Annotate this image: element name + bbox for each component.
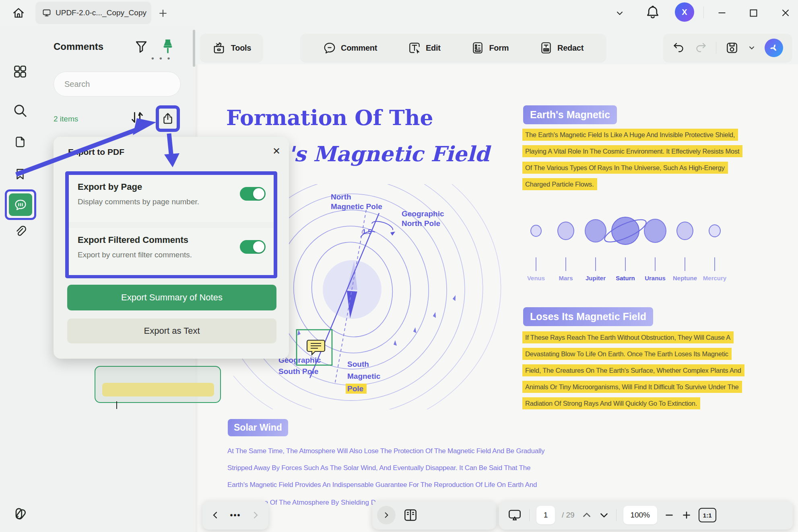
filter-comments-button[interactable] bbox=[134, 39, 150, 55]
purple-line: At The Same Time, The Atmosphere Will Al… bbox=[227, 447, 544, 455]
page-number-input[interactable]: 1 bbox=[536, 506, 555, 524]
page-up-button[interactable] bbox=[581, 510, 592, 520]
bar-divider bbox=[616, 509, 617, 521]
export-filtered-toggle[interactable] bbox=[240, 240, 266, 254]
document-tab[interactable]: UPDF-2.0-c..._Copy_Copy bbox=[35, 2, 151, 24]
export-as-text-button[interactable]: Export as Text bbox=[67, 318, 276, 343]
presentation-mode-button[interactable] bbox=[507, 507, 522, 523]
badge-earths-magnetic: Earth's Magnetic bbox=[523, 105, 617, 124]
sidebar-item-thumbnails[interactable] bbox=[12, 64, 28, 80]
tools-button[interactable]: Tools bbox=[200, 34, 263, 62]
panel-scrollbar[interactable] bbox=[193, 30, 195, 67]
sidebar-item-attachments[interactable] bbox=[12, 224, 28, 240]
planet-label: Venus bbox=[527, 275, 545, 281]
label-angle: 1.5 bbox=[362, 228, 372, 236]
search-input[interactable] bbox=[64, 80, 170, 89]
zoom-level-input[interactable]: 100% bbox=[623, 506, 657, 524]
avatar[interactable]: X bbox=[675, 2, 694, 22]
fit-label: 1:1 bbox=[703, 512, 712, 519]
more-options-button[interactable]: ••• bbox=[230, 511, 241, 520]
redo-button[interactable] bbox=[694, 41, 707, 54]
planet-mars: Mars bbox=[551, 206, 580, 285]
export-summary-button[interactable]: Export Summary of Notes bbox=[67, 285, 276, 310]
tab-title: UPDF-2.0-c..._Copy_Copy bbox=[56, 8, 146, 17]
page-total: / 29 bbox=[562, 511, 575, 520]
tab-form[interactable]: Form bbox=[471, 41, 509, 55]
toolbox-icon bbox=[212, 41, 226, 55]
edit-label: Edit bbox=[426, 43, 441, 53]
export-filtered-option: Export Filtered Comments Export by curre… bbox=[69, 228, 274, 275]
export-comments-button[interactable] bbox=[156, 105, 180, 132]
close-icon bbox=[780, 7, 791, 18]
sticky-note[interactable] bbox=[102, 383, 214, 396]
export-by-page-toggle[interactable] bbox=[240, 187, 266, 201]
planets-row: Venus Mars Jupiter Saturn bbox=[522, 206, 729, 285]
minimize-button[interactable] bbox=[713, 5, 731, 21]
close-window-button[interactable] bbox=[777, 5, 794, 21]
expand-bar-button[interactable] bbox=[377, 506, 396, 524]
highlight-line: Of The Various Types Of Rays In The Univ… bbox=[522, 162, 728, 174]
page-icon bbox=[13, 135, 27, 149]
save-options-chevron[interactable] bbox=[748, 44, 756, 52]
comments-search[interactable] bbox=[54, 72, 181, 97]
planet-mercury: Mercury bbox=[700, 206, 729, 285]
bar-divider bbox=[529, 509, 530, 521]
actual-size-button[interactable]: 1:1 bbox=[699, 508, 716, 522]
home-button[interactable] bbox=[10, 4, 27, 22]
titlebar-collapse-button[interactable] bbox=[612, 7, 627, 19]
note-annotation-icon[interactable] bbox=[307, 340, 325, 355]
pin-comments-button[interactable] bbox=[159, 37, 177, 56]
planet-uranus: Uranus bbox=[641, 206, 670, 285]
notifications-button[interactable] bbox=[644, 3, 662, 21]
page-down-button[interactable] bbox=[599, 510, 609, 520]
undo-button[interactable] bbox=[672, 41, 685, 54]
next-comment-button[interactable] bbox=[251, 510, 260, 520]
highlighted-options-box: Export by Page Display comments by page … bbox=[65, 171, 277, 278]
label-north-magnetic-2: Magnetic Pole bbox=[331, 202, 382, 211]
highlight-line: Playing A Vital Role In The Cosmic Envir… bbox=[522, 145, 742, 157]
zoom-in-button[interactable] bbox=[681, 510, 692, 520]
doc-heading-line2: 's Magnetic Field bbox=[288, 142, 489, 166]
form-label: Form bbox=[489, 43, 509, 53]
tab-redact[interactable]: Redact bbox=[539, 41, 584, 55]
ai-assistant-button[interactable] bbox=[765, 39, 783, 57]
prev-comment-button[interactable] bbox=[210, 510, 220, 520]
sidebar-item-pages[interactable] bbox=[12, 134, 28, 150]
highlighted-paragraph-1: The Earth's Magnetic Field Is Like A Hug… bbox=[522, 129, 742, 195]
tab-comment[interactable]: Comment bbox=[323, 41, 377, 55]
highlight-line: Animals Or Tiny Microorganisms, Will Fin… bbox=[522, 381, 742, 393]
export-to-pdf-dialog: Export to PDF ✕ Export by Page Display c… bbox=[54, 137, 289, 359]
planet-label: Mars bbox=[559, 275, 573, 281]
planet-label: Neptune bbox=[673, 275, 697, 281]
planet-saturn: Saturn bbox=[611, 206, 640, 285]
planet-label: Uranus bbox=[645, 275, 666, 281]
label-geo-north-1: Geographic bbox=[402, 210, 444, 218]
bell-icon bbox=[645, 4, 660, 21]
new-tab-button[interactable] bbox=[156, 6, 170, 20]
badge-solar-wind: Solar Wind bbox=[228, 419, 288, 436]
comment-item-selected[interactable] bbox=[95, 366, 221, 403]
chevron-down-icon bbox=[615, 8, 625, 18]
avatar-initial: X bbox=[682, 8, 687, 17]
sort-comments-button[interactable] bbox=[129, 108, 146, 128]
sidebar-item-search[interactable] bbox=[12, 103, 28, 119]
zoom-out-button[interactable] bbox=[664, 510, 674, 520]
text-cursor bbox=[116, 401, 117, 409]
purple-paragraph: At The Same Time, The Atmosphere Will Al… bbox=[227, 447, 544, 498]
highlight-line: Charged Particle Flows. bbox=[522, 178, 597, 190]
sidebar-item-comments-active[interactable] bbox=[5, 189, 36, 220]
sidebar-item-bookmarks[interactable] bbox=[12, 166, 28, 182]
save-button[interactable] bbox=[725, 41, 739, 55]
tab-edit[interactable]: Edit bbox=[408, 41, 441, 55]
maximize-button[interactable] bbox=[744, 5, 762, 21]
redact-mode-icon bbox=[539, 41, 553, 55]
search-icon bbox=[12, 103, 28, 118]
export-by-page-option: Export by Page Display comments by page … bbox=[69, 175, 274, 222]
sidebar-item-swatches[interactable] bbox=[12, 505, 28, 521]
tools-label: Tools bbox=[231, 43, 251, 53]
dialog-close-button[interactable]: ✕ bbox=[270, 145, 283, 158]
comment-label: Comment bbox=[341, 43, 377, 53]
sidebar bbox=[0, 26, 40, 532]
page-zoom-bar: 1 / 29 100% 1:1 bbox=[499, 501, 793, 530]
two-page-view-button[interactable] bbox=[403, 507, 418, 523]
